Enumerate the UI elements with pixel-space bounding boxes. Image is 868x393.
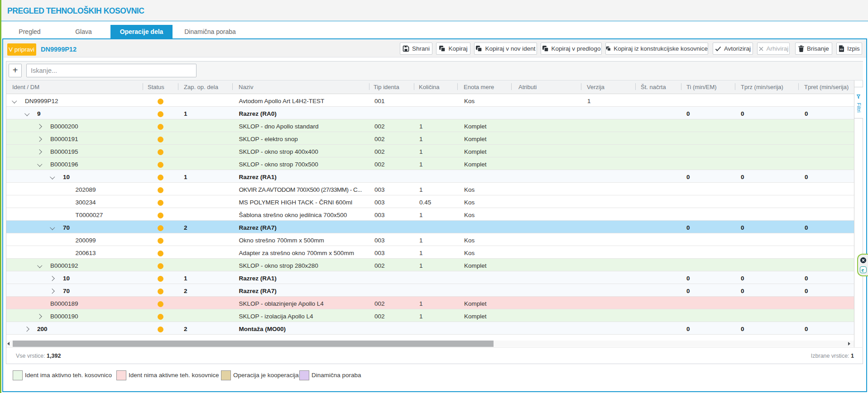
svg-text:PDF: PDF bbox=[840, 48, 843, 50]
